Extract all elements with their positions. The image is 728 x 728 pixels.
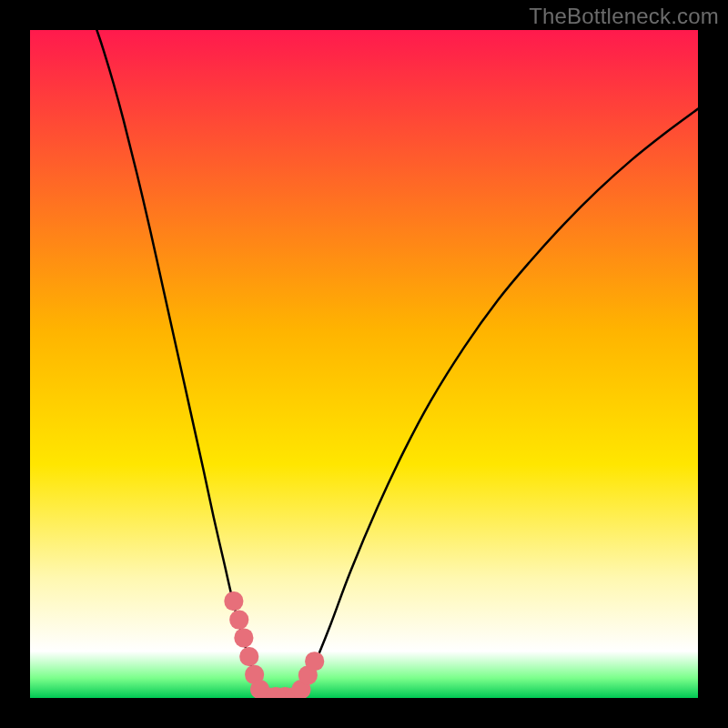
chart-svg [30,30,698,698]
plot-area [30,30,698,698]
gradient-background [30,30,698,698]
highlight-marker [234,628,253,647]
highlight-marker [305,652,324,671]
highlight-marker [229,611,248,630]
highlight-marker [239,647,258,666]
chart-frame: TheBottleneck.com [0,0,728,728]
watermark-text: TheBottleneck.com [529,4,719,29]
highlight-marker [224,592,243,611]
